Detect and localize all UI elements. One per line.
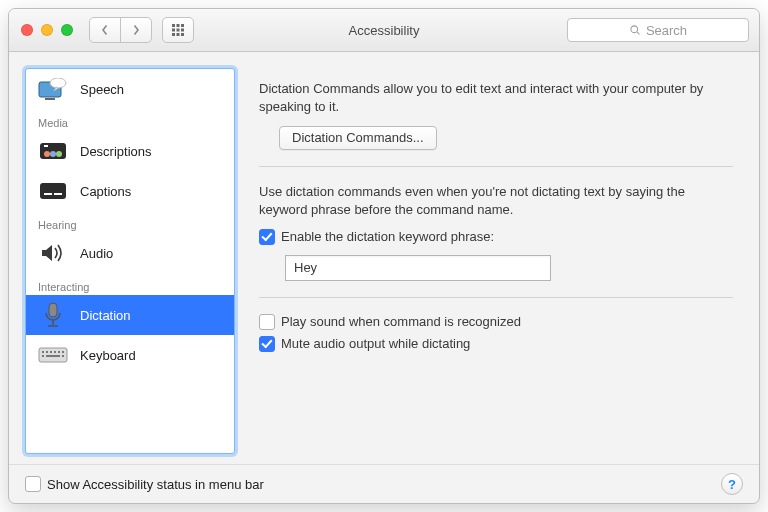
- microphone-icon: [38, 303, 68, 327]
- show-status-label: Show Accessibility status in menu bar: [47, 477, 264, 492]
- svg-rect-6: [172, 33, 175, 36]
- mute-output-checkbox[interactable]: [259, 336, 275, 352]
- keyword-description-text: Use dictation commands even when you're …: [259, 183, 733, 219]
- svg-rect-28: [50, 351, 52, 353]
- mute-output-row: Mute audio output while dictating: [259, 336, 733, 352]
- svg-rect-0: [172, 24, 175, 27]
- svg-rect-22: [49, 303, 57, 317]
- play-sound-label: Play sound when command is recognized: [281, 314, 521, 329]
- sidebar-item-captions[interactable]: Captions: [26, 171, 234, 211]
- divider: [259, 166, 733, 167]
- svg-rect-26: [42, 351, 44, 353]
- enable-keyword-row: Enable the dictation keyword phrase:: [259, 229, 733, 245]
- svg-rect-29: [54, 351, 56, 353]
- window-title: Accessibility: [349, 23, 420, 38]
- svg-point-17: [56, 151, 62, 157]
- back-button[interactable]: [90, 18, 120, 42]
- play-sound-row: Play sound when command is recognized: [259, 314, 733, 330]
- search-field[interactable]: Search: [567, 18, 749, 42]
- sidebar-item-audio[interactable]: Audio: [26, 233, 234, 273]
- svg-rect-5: [181, 29, 184, 32]
- sidebar-container: Speech Media: [25, 68, 235, 454]
- close-window-button[interactable]: [21, 24, 33, 36]
- svg-rect-27: [46, 351, 48, 353]
- sidebar-group-hearing: Hearing: [26, 211, 234, 233]
- content-area: Speech Media: [9, 52, 759, 464]
- traffic-lights: [19, 24, 79, 36]
- sidebar-item-label: Audio: [80, 246, 113, 261]
- speech-icon: [38, 77, 68, 101]
- play-sound-checkbox[interactable]: [259, 314, 275, 330]
- captions-icon: [38, 179, 68, 203]
- keyword-phrase-value: Hey: [294, 260, 317, 275]
- sidebar-group-media: Media: [26, 109, 234, 131]
- dictation-commands-button[interactable]: Dictation Commands...: [279, 126, 437, 150]
- enable-keyword-label: Enable the dictation keyword phrase:: [281, 229, 494, 244]
- svg-rect-18: [44, 145, 48, 147]
- sidebar-item-keyboard[interactable]: Keyboard: [26, 335, 234, 375]
- svg-point-15: [44, 151, 50, 157]
- minimize-window-button[interactable]: [41, 24, 53, 36]
- keyboard-icon: [38, 343, 68, 367]
- chevron-right-icon: [132, 24, 140, 36]
- search-placeholder: Search: [646, 23, 687, 38]
- forward-button[interactable]: [120, 18, 151, 42]
- svg-point-16: [50, 151, 56, 157]
- sidebar-item-label: Captions: [80, 184, 131, 199]
- svg-point-9: [631, 26, 638, 33]
- help-button[interactable]: ?: [721, 473, 743, 495]
- svg-rect-34: [62, 355, 64, 357]
- sidebar-item-descriptions[interactable]: Descriptions: [26, 131, 234, 171]
- svg-rect-21: [54, 193, 62, 195]
- svg-rect-32: [42, 355, 44, 357]
- sidebar-item-speech[interactable]: Speech: [26, 69, 234, 109]
- svg-rect-12: [45, 98, 55, 100]
- svg-rect-20: [44, 193, 52, 195]
- svg-rect-4: [177, 29, 180, 32]
- svg-rect-31: [62, 351, 64, 353]
- mute-output-label: Mute audio output while dictating: [281, 336, 470, 351]
- sidebar-item-label: Keyboard: [80, 348, 136, 363]
- show-status-checkbox[interactable]: [25, 476, 41, 492]
- sidebar-group-interacting: Interacting: [26, 273, 234, 295]
- search-icon: [629, 24, 641, 36]
- titlebar: Accessibility Search: [9, 9, 759, 52]
- svg-rect-19: [40, 183, 66, 199]
- sidebar-item-label: Descriptions: [80, 144, 152, 159]
- category-sidebar[interactable]: Speech Media: [25, 68, 235, 454]
- svg-rect-3: [172, 29, 175, 32]
- svg-point-13: [50, 78, 66, 88]
- descriptions-icon: [38, 139, 68, 163]
- grid-icon: [171, 23, 185, 37]
- nav-segment: [89, 17, 152, 43]
- accessibility-window: Accessibility Search: [8, 8, 760, 504]
- divider: [259, 297, 733, 298]
- sidebar-item-label: Dictation: [80, 308, 131, 323]
- svg-line-10: [637, 32, 640, 35]
- chevron-left-icon: [101, 24, 109, 36]
- zoom-window-button[interactable]: [61, 24, 73, 36]
- svg-rect-1: [177, 24, 180, 27]
- show-all-button[interactable]: [162, 17, 194, 43]
- detail-panel: Dictation Commands allow you to edit tex…: [249, 68, 743, 454]
- svg-rect-33: [46, 355, 60, 357]
- svg-rect-8: [181, 33, 184, 36]
- svg-rect-7: [177, 33, 180, 36]
- svg-rect-2: [181, 24, 184, 27]
- dictation-intro-text: Dictation Commands allow you to edit tex…: [259, 80, 733, 116]
- svg-rect-30: [58, 351, 60, 353]
- sidebar-item-label: Speech: [80, 82, 124, 97]
- window-footer: Show Accessibility status in menu bar ?: [9, 464, 759, 503]
- speaker-icon: [38, 241, 68, 265]
- keyword-phrase-input[interactable]: Hey: [285, 255, 551, 281]
- enable-keyword-checkbox[interactable]: [259, 229, 275, 245]
- sidebar-item-dictation[interactable]: Dictation: [26, 295, 234, 335]
